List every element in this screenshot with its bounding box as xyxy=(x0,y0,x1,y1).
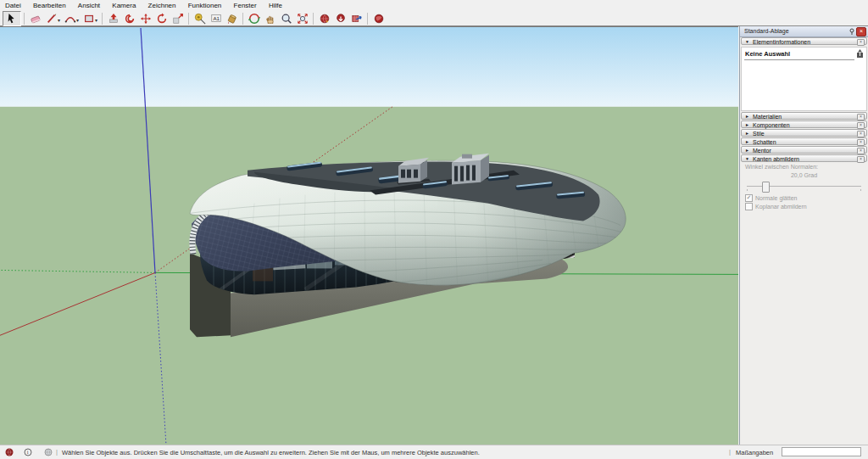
geolocation-status-icon[interactable] xyxy=(5,448,14,456)
status-message: Wählen Sie Objekte aus. Drücken Sie die … xyxy=(62,449,480,456)
section-materialien[interactable]: ► Materialien × xyxy=(741,112,867,120)
zoom-icon xyxy=(281,13,292,25)
toolbar-divider xyxy=(313,13,314,25)
paint-bucket-icon xyxy=(226,13,238,25)
section-kanten-abmildern[interactable]: ▼ Kanten abmildern × xyxy=(741,154,867,162)
menu-hilfe[interactable]: Hilfe xyxy=(264,0,287,11)
section-schatten[interactable]: ► Schatten × xyxy=(741,137,867,145)
soften-coplanar-checkbox[interactable] xyxy=(745,203,753,210)
section-close-button[interactable]: × xyxy=(857,139,865,146)
menu-ansicht[interactable]: Ansicht xyxy=(73,0,105,11)
globe-icon[interactable] xyxy=(44,448,53,456)
share-models-icon xyxy=(351,13,363,25)
dropdown-arrow[interactable]: ▾ xyxy=(95,17,97,23)
tape-measure-button[interactable] xyxy=(192,12,208,25)
section-close-button[interactable]: × xyxy=(857,122,865,129)
toolbar-divider xyxy=(367,13,368,25)
toolbar: ▾ ▾ ▾ A1 xyxy=(0,11,868,26)
section-elementinformationen[interactable]: ▼ Elementinformationen × xyxy=(741,37,867,45)
chevron-right-icon: ► xyxy=(745,114,749,119)
chevron-right-icon: ► xyxy=(745,148,749,153)
text-icon: A1 xyxy=(210,13,222,25)
angle-slider-handle[interactable] xyxy=(762,182,770,193)
tray-title: Standard-Ablage xyxy=(744,28,789,34)
dropdown-arrow[interactable]: ▾ xyxy=(58,17,60,23)
menu-fenster[interactable]: Fenster xyxy=(229,0,262,11)
chevron-down-icon: ▼ xyxy=(745,156,749,161)
rotate-tool-button[interactable] xyxy=(153,12,170,25)
section-close-button[interactable]: × xyxy=(857,131,865,137)
tray-panel: Standard-Ablage × ▼ Elementinformationen… xyxy=(739,26,868,445)
chevron-right-icon: ► xyxy=(745,139,749,144)
followme-tool-button[interactable] xyxy=(121,12,137,25)
smooth-normals-checkbox[interactable]: ✓ xyxy=(745,194,753,202)
pan-icon xyxy=(264,13,276,25)
section-label: Mentor xyxy=(753,148,771,154)
move-tool-button[interactable] xyxy=(137,12,153,25)
section-komponenten[interactable]: ► Komponenten × xyxy=(741,120,867,128)
section-close-button[interactable]: × xyxy=(857,114,865,120)
svg-text:i: i xyxy=(27,449,29,455)
menu-bar: Datei Bearbeiten Ansicht Kamera Zeichnen… xyxy=(0,0,868,11)
eraser-icon xyxy=(30,13,42,25)
scale-tool-button[interactable] xyxy=(170,12,186,25)
get-models-button[interactable] xyxy=(332,12,348,25)
details-toggle-icon[interactable] xyxy=(856,49,864,59)
zoom-extents-button[interactable] xyxy=(294,12,310,25)
angle-label: Winkel zwischen Normalen: xyxy=(745,164,818,170)
text-tool-button[interactable]: A1 xyxy=(208,12,224,25)
toolbar-divider xyxy=(188,13,189,25)
section-close-button[interactable]: × xyxy=(857,39,865,46)
credits-info-icon[interactable]: i xyxy=(24,448,32,456)
pushpull-tool-button[interactable] xyxy=(105,12,121,25)
menu-zeichnen[interactable]: Zeichnen xyxy=(143,0,181,11)
section-mentor[interactable]: ► Mentor × xyxy=(741,146,867,154)
photo-textures-button[interactable] xyxy=(370,12,387,25)
orbit-tool-button[interactable] xyxy=(246,12,262,25)
menu-datei[interactable]: Datei xyxy=(0,0,26,11)
line-icon xyxy=(46,13,58,25)
status-bar: i | Wählen Sie Objekte aus. Drücken Sie … xyxy=(0,445,868,459)
selection-status: Keine Auswahl xyxy=(745,50,790,58)
geolocation-button[interactable] xyxy=(316,12,332,25)
get-models-icon xyxy=(335,13,347,25)
move-icon xyxy=(140,13,152,25)
menu-funktionen[interactable]: Funktionen xyxy=(183,0,227,11)
soften-edges-panel: Winkel zwischen Normalen: 20,0 Grad ✓ No… xyxy=(741,162,867,216)
section-stile[interactable]: ► Stile × xyxy=(741,129,867,137)
section-label: Materialien xyxy=(753,114,782,120)
slider-tick xyxy=(747,189,748,191)
viewport-canvas[interactable] xyxy=(0,26,738,445)
tray-titlebar[interactable]: Standard-Ablage × xyxy=(740,26,868,37)
element-info-content: Keine Auswahl xyxy=(741,47,867,111)
section-label: Schatten xyxy=(753,139,776,145)
arc-icon xyxy=(64,13,76,25)
close-icon[interactable]: × xyxy=(856,27,866,36)
section-label: Komponenten xyxy=(753,122,790,128)
section-label: Kanten abmildern xyxy=(753,156,799,162)
pushpull-icon xyxy=(108,13,120,25)
geolocation-icon xyxy=(319,13,331,25)
menu-kamera[interactable]: Kamera xyxy=(107,0,141,11)
svg-text:A1: A1 xyxy=(213,14,220,20)
photo-textures-icon xyxy=(373,13,385,25)
share-models-button[interactable] xyxy=(348,12,364,25)
orbit-icon xyxy=(248,13,260,25)
pin-icon[interactable] xyxy=(849,28,855,35)
measurements-input[interactable] xyxy=(782,447,861,456)
select-tool-button[interactable] xyxy=(3,11,21,26)
dropdown-arrow[interactable]: ▾ xyxy=(76,17,79,23)
eraser-tool-button[interactable] xyxy=(27,12,43,25)
tape-measure-icon xyxy=(194,13,206,25)
rotate-icon xyxy=(156,13,168,25)
toolbar-divider xyxy=(102,13,103,25)
followme-icon xyxy=(124,13,136,25)
section-close-button[interactable]: × xyxy=(857,148,865,154)
zoom-tool-button[interactable] xyxy=(278,12,294,25)
paint-bucket-button[interactable] xyxy=(224,12,240,25)
menu-bearbeiten[interactable]: Bearbeiten xyxy=(28,0,71,11)
scale-icon xyxy=(172,13,184,25)
chevron-right-icon: ► xyxy=(745,122,749,127)
pan-tool-button[interactable] xyxy=(262,12,278,25)
angle-value: 20,0 Grad xyxy=(741,172,867,178)
